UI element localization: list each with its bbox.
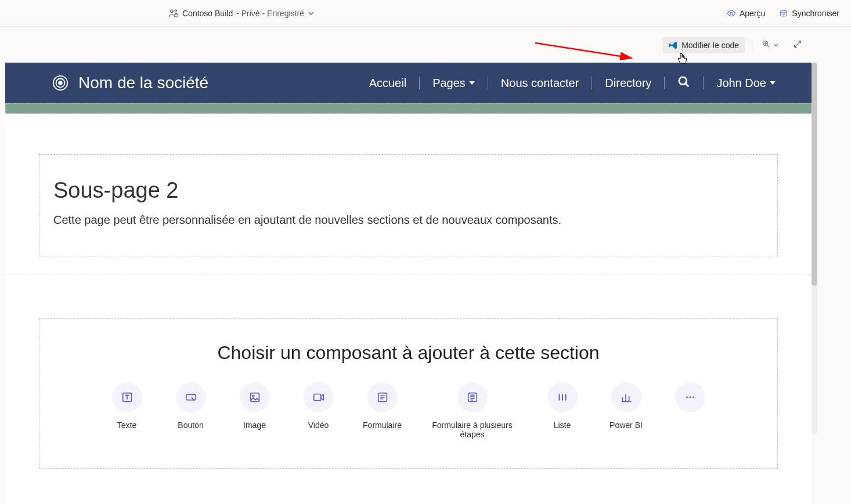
eye-icon xyxy=(727,9,736,18)
component-video[interactable]: Vidéo xyxy=(293,382,345,439)
svg-point-19 xyxy=(686,397,688,398)
svg-point-20 xyxy=(689,397,691,398)
search-icon xyxy=(677,75,690,91)
svg-rect-14 xyxy=(250,393,259,402)
svg-rect-2 xyxy=(175,14,178,17)
component-multistep-form[interactable]: Formulaire à plusieurs étapes xyxy=(420,382,525,439)
text-icon xyxy=(112,382,142,412)
component-picker-heading: Choisir un composant à ajouter à cette s… xyxy=(53,342,763,364)
workspace-status: - Privé - Enregistré xyxy=(236,9,304,18)
caret-down-icon xyxy=(770,81,776,85)
nav-home-label: Accueil xyxy=(369,77,406,90)
svg-rect-16 xyxy=(313,394,320,401)
component-more[interactable] xyxy=(664,382,716,439)
nav-search[interactable] xyxy=(665,75,703,91)
annotation-arrow-icon xyxy=(534,41,639,64)
edit-code-button[interactable]: Modifier le code xyxy=(663,37,745,53)
site-preview-frame: Nom de la société Accueil Pages Nous con… xyxy=(5,63,812,504)
preview-button[interactable]: Aperçu xyxy=(727,9,765,18)
scrollbar-thumb[interactable] xyxy=(812,63,817,286)
svg-point-13 xyxy=(193,400,194,400)
svg-point-15 xyxy=(252,396,254,397)
svg-line-5 xyxy=(535,43,632,58)
separator xyxy=(752,39,752,51)
component-row: Texte Bouton xyxy=(53,382,763,439)
design-canvas: Modifier le code xyxy=(0,27,851,504)
logo-spiral-icon xyxy=(52,74,69,92)
vertical-scrollbar[interactable] xyxy=(812,63,817,434)
list-icon xyxy=(547,382,578,412)
multistep-form-icon xyxy=(457,382,488,412)
nav-pages[interactable]: Pages xyxy=(420,77,488,90)
preview-label: Aperçu xyxy=(740,9,765,18)
edit-code-label: Modifier le code xyxy=(681,41,739,50)
zoom-button[interactable] xyxy=(759,37,781,53)
vscode-icon xyxy=(669,41,678,50)
page-description: Cette page peut être personnalisée en aj… xyxy=(53,213,763,227)
site-navbar: Nom de la société Accueil Pages Nous con… xyxy=(5,63,812,103)
nav-directory[interactable]: Directory xyxy=(592,77,664,90)
svg-rect-12 xyxy=(186,394,196,400)
component-list[interactable]: Liste xyxy=(536,382,589,439)
nav-contact-label: Nous contacter xyxy=(501,77,579,90)
component-label: Formulaire à plusieurs étapes xyxy=(420,420,525,439)
sync-label: Synchroniser xyxy=(792,9,839,18)
sync-button[interactable]: Synchroniser xyxy=(779,9,839,18)
component-label xyxy=(689,420,691,430)
people-lock-icon xyxy=(168,8,179,19)
workspace-title[interactable]: Contoso Build - Privé - Enregistré xyxy=(168,8,315,19)
video-icon xyxy=(304,382,334,412)
section-drop-zone[interactable] xyxy=(5,103,812,114)
nav-user[interactable]: John Doe xyxy=(704,77,788,90)
content-section-1[interactable]: Sous-page 2 Cette page peut être personn… xyxy=(5,114,812,274)
chevron-down-icon[interactable] xyxy=(308,10,315,17)
app-top-toolbar: Contoso Build - Privé - Enregistré Aperç… xyxy=(0,0,851,27)
svg-point-21 xyxy=(693,397,694,398)
nav-contact[interactable]: Nous contacter xyxy=(488,77,592,90)
button-icon xyxy=(176,382,206,412)
component-form[interactable]: Formulaire xyxy=(356,382,409,439)
expand-icon xyxy=(793,39,802,51)
caret-down-icon xyxy=(469,81,475,85)
more-icon xyxy=(675,382,705,412)
image-icon xyxy=(240,382,270,412)
svg-point-3 xyxy=(730,12,733,14)
svg-point-1 xyxy=(175,9,176,11)
component-image[interactable]: Image xyxy=(229,382,281,439)
page-title: Sous-page 2 xyxy=(53,178,763,203)
floating-editor-toolbar: Modifier le code xyxy=(663,37,805,53)
content-block[interactable]: Sous-page 2 Cette page peut être personn… xyxy=(39,154,778,256)
component-label: Texte xyxy=(117,420,136,430)
nav-home[interactable]: Accueil xyxy=(356,77,419,90)
chevron-down-icon xyxy=(773,40,779,50)
site-nav-items: Accueil Pages Nous contacter Directory xyxy=(356,75,788,91)
site-content: Sous-page 2 Cette page peut être personn… xyxy=(5,114,812,504)
site-logo[interactable]: Nom de la société xyxy=(52,74,208,92)
component-label: Image xyxy=(243,420,266,430)
component-label: Power BI xyxy=(610,420,643,430)
component-powerbi[interactable]: Power BI xyxy=(600,382,652,439)
component-button[interactable]: Bouton xyxy=(165,382,217,439)
component-label: Bouton xyxy=(178,420,203,430)
svg-point-10 xyxy=(679,77,687,84)
zoom-in-icon xyxy=(762,39,771,51)
chart-icon xyxy=(611,382,641,412)
component-label: Formulaire xyxy=(363,420,402,430)
content-section-2[interactable]: Choisir un composant à ajouter à cette s… xyxy=(5,274,812,492)
expand-button[interactable] xyxy=(791,37,805,53)
nav-pages-label: Pages xyxy=(432,77,466,90)
workspace-name: Contoso Build xyxy=(182,9,233,18)
nav-user-label: John Doe xyxy=(716,77,766,90)
component-label: Vidéo xyxy=(308,420,329,430)
component-text[interactable]: Texte xyxy=(101,382,153,439)
form-icon xyxy=(367,382,398,412)
svg-point-0 xyxy=(171,10,174,13)
svg-point-9 xyxy=(59,81,62,85)
nav-directory-label: Directory xyxy=(605,77,651,90)
component-label: Liste xyxy=(554,420,571,430)
company-name: Nom de la société xyxy=(78,74,208,92)
sync-icon xyxy=(779,9,788,18)
component-picker: Choisir un composant à ajouter à cette s… xyxy=(39,318,778,469)
